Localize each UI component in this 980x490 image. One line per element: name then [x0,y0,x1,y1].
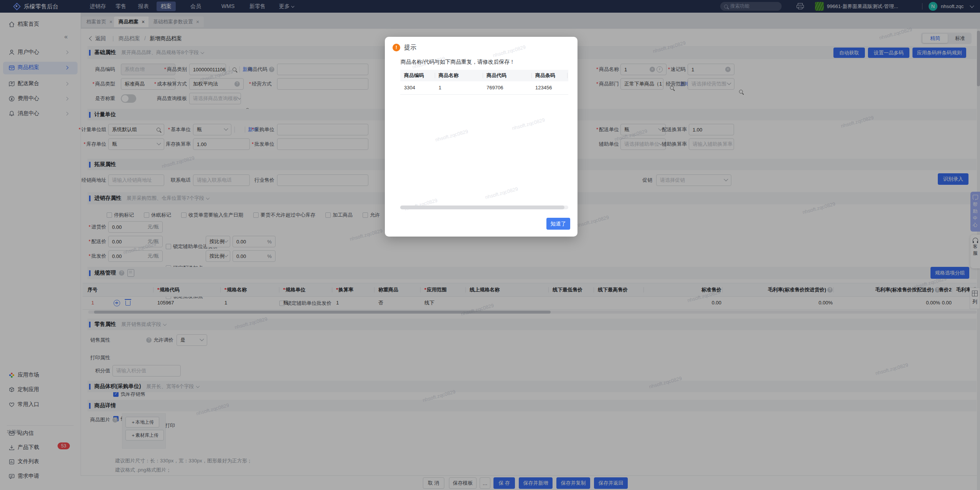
confirm-button[interactable]: 知道了 [546,218,570,230]
warning-icon [393,44,400,51]
column-header: 商品名称 [435,70,483,81]
watermark-text: nhsoft.zqc0829 [511,117,546,131]
cell-barcode: 123456 [531,81,567,94]
column-header [567,70,571,81]
watermark-text: nhsoft.zqc0829 [435,128,469,143]
cell-product-code2: 769706 [483,81,531,94]
duplicate-warning-dialog: nhsoft.zqc0829nhsoft.zqc0829nhsoft.zqc08… [385,37,577,237]
dialog-table-row: 3304 1 769706 123456 [400,81,568,95]
column-header: 商品编码 [400,70,435,81]
column-header: 商品条码 [531,70,567,81]
watermark-text: nhsoft.zqc0829 [485,186,519,200]
dialog-message: 商品名称/代码与如下商品重复，请修改后保存！ [401,59,515,66]
dialog-table-header: 商品编码 商品名称 商品代码 商品条码 [400,70,568,81]
watermark-text: nhsoft.zqc0829 [404,197,438,212]
watermark-text: nhsoft.zqc0829 [492,44,526,58]
column-header: 商品代码 [483,70,531,81]
cell-product-code: 3304 [400,81,435,94]
dialog-title: 提示 [404,44,416,52]
dialog-hscrollbar-thumb[interactable] [400,206,564,209]
app-root: 乐檬零售后台 进销存 零售 报表 档案 会员 WMS 新零售 更多 搜索功能 9… [0,0,980,490]
cell-product-name: 1 [435,81,483,94]
